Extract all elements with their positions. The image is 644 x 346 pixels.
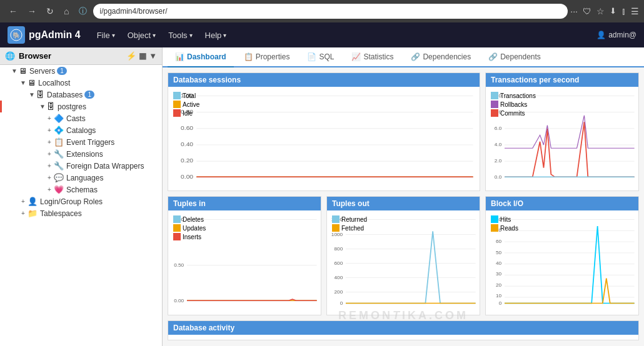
statistics-icon: 📈 <box>351 52 361 61</box>
menu-file-arrow: ▾ <box>112 32 115 39</box>
reads-color <box>491 224 498 232</box>
login-roles-label: Login/Group Roles <box>40 197 103 206</box>
sidebar-header-icons: ⚡ ▦ ▼ <box>126 51 157 61</box>
tab-properties[interactable]: 📋 Properties <box>236 47 298 67</box>
transactions-header: Transactions per second <box>486 73 638 87</box>
rollbacks-color <box>491 101 498 108</box>
sidebar-item-extensions[interactable]: + 🔧 Extensions <box>0 148 162 160</box>
schemas-label: Schemas <box>66 185 98 194</box>
tab-dashboard[interactable]: 📊 Dashboard <box>168 47 234 67</box>
filter-icon[interactable]: ▼ <box>149 51 157 61</box>
tuples-out-title: Tuples out <box>332 199 370 208</box>
svg-text:0: 0 <box>499 300 502 305</box>
menu-help[interactable]: Help ▾ <box>199 26 233 45</box>
svg-text:50: 50 <box>496 250 502 255</box>
sidebar-item-tablespaces[interactable]: + 📁 Tablespaces <box>0 207 162 219</box>
properties-icon: 📋 <box>244 52 253 61</box>
tuples-in-legend: Deletes Updates Inserts <box>173 215 206 242</box>
tuples-out-legend: Returned Fetched <box>332 215 367 233</box>
total-label: Total <box>183 92 196 99</box>
grid-icon[interactable]: ▦ <box>139 51 146 61</box>
sidebar-item-login-roles[interactable]: + 👤 Login/Group Roles <box>0 195 162 207</box>
commits-color <box>491 109 498 117</box>
admin-icon: 👤 <box>596 31 606 39</box>
languages-label: Languages <box>66 174 103 182</box>
dashboard-icon: 📊 <box>175 52 184 61</box>
localhost-icon: 🖥 <box>28 78 36 87</box>
svg-text:🐘: 🐘 <box>13 31 21 39</box>
chart-transactions: Transactions per second 10.0 8.0 6.0 4.0… <box>485 72 639 191</box>
sidebar-item-servers[interactable]: ▼ 🖥 Servers 1 <box>0 65 162 77</box>
sidebar-item-casts[interactable]: + 🔷 Casts <box>0 112 162 124</box>
flash-icon[interactable]: ⚡ <box>126 51 136 61</box>
event-triggers-icon: 📋 <box>54 137 64 147</box>
tuples-out-header: Tuples out <box>327 197 480 210</box>
tab-dependents[interactable]: 🔗 Dependents <box>481 47 548 67</box>
sidebar-item-event-triggers[interactable]: + 📋 Event Triggers <box>0 136 162 148</box>
sidebar-item-languages[interactable]: + 💬 Languages <box>0 172 162 184</box>
back-button[interactable]: ← <box>5 4 21 19</box>
forward-button[interactable]: → <box>24 4 40 19</box>
refresh-button[interactable]: ↻ <box>43 4 58 19</box>
download-icon[interactable]: ⬇ <box>610 6 616 16</box>
legend-fetched: Fetched <box>332 224 367 232</box>
postgres-label: postgres <box>58 102 86 111</box>
address-bar[interactable] <box>93 4 568 19</box>
transactions-color <box>491 92 498 99</box>
home-button[interactable]: ⌂ <box>60 4 73 19</box>
legend-hits: Hits <box>491 215 518 223</box>
sidebar-item-schemas[interactable]: + 💗 Schemas <box>0 184 162 195</box>
tab-sql[interactable]: 📄 SQL <box>299 47 341 67</box>
hits-color <box>491 215 498 223</box>
legend-active: Active <box>173 101 199 108</box>
tabs-bar: 📊 Dashboard 📋 Properties 📄 SQL 📈 Statist… <box>163 47 644 67</box>
legend-rollbacks: Rollbacks <box>491 101 536 108</box>
svg-text:0.00: 0.00 <box>174 299 184 304</box>
deletes-label: Deletes <box>183 216 204 223</box>
block-io-legend: Hits Reads <box>491 215 518 233</box>
sidebar-item-localhost[interactable]: ▼ 🖥 Localhost <box>0 77 162 89</box>
legend-reads: Reads <box>491 224 518 232</box>
tab-dependencies[interactable]: 🔗 Dependencies <box>403 47 478 67</box>
pgadmin-logo: 🐘 pgAdmin 4 <box>8 26 81 44</box>
block-io-title: Block I/O <box>491 199 523 208</box>
menu-icon[interactable]: ☰ <box>631 6 639 16</box>
returned-color <box>332 215 340 223</box>
sidebar-item-fdw[interactable]: + 🔧 Foreign Data Wrappers <box>0 160 162 172</box>
catalogs-label: Catalogs <box>66 126 96 135</box>
admin-badge: 👤 admin@ <box>596 31 636 39</box>
svg-text:0.60: 0.60 <box>181 125 193 131</box>
reads-label: Reads <box>500 225 518 232</box>
sidebar: 🌐 Browser ⚡ ▦ ▼ ▼ 🖥 Servers 1 ▼ 🖥 Localh… <box>0 47 163 346</box>
menu-tools[interactable]: Tools ▾ <box>162 26 198 45</box>
fetched-color <box>332 224 340 232</box>
star-icon[interactable]: ☆ <box>596 6 605 16</box>
menu-object[interactable]: Object ▾ <box>121 26 163 45</box>
db-sessions-body: 1.00 0.80 0.60 0.40 0.20 0.00 <box>168 87 480 190</box>
event-triggers-expander: + <box>45 139 54 146</box>
legend-updates: Updates <box>173 224 206 232</box>
legend-inserts: Inserts <box>173 233 206 240</box>
menu-file[interactable]: File ▾ <box>91 26 121 45</box>
sidebar-item-postgres[interactable]: ▼ 🗄 postgres <box>0 101 162 112</box>
sidebar-item-catalogs[interactable]: + 💠 Catalogs <box>0 124 162 136</box>
languages-expander: + <box>45 174 54 181</box>
extensions-label: Extensions <box>66 150 103 159</box>
tablespaces-icon: 📁 <box>28 209 38 218</box>
active-label: Active <box>183 101 199 108</box>
extensions-expander: + <box>45 151 54 157</box>
tab-statistics[interactable]: 📈 Statistics <box>344 47 401 67</box>
db-activity-title: Database activity <box>173 324 234 332</box>
sidebar-item-databases[interactable]: ▼ 🗄 Databases 1 <box>0 89 162 101</box>
info-icon[interactable]: ⓘ <box>75 6 91 17</box>
legend-commits: Commits <box>491 109 536 117</box>
updates-color <box>173 224 181 232</box>
db-sessions-legend: Total Active Idle <box>173 92 199 118</box>
tablespaces-expander: + <box>19 210 28 217</box>
tuples-in-header: Tuples in <box>168 197 321 210</box>
shield-icon: 🛡 <box>583 6 591 16</box>
bookmarks-icon[interactable]: ⫿ <box>621 6 626 16</box>
chart-db-sessions: Database sessions 1.00 0.80 0.60 0.40 0.… <box>168 72 480 191</box>
dots-icon[interactable]: ··· <box>570 6 578 16</box>
svg-text:0.0: 0.0 <box>495 175 502 180</box>
